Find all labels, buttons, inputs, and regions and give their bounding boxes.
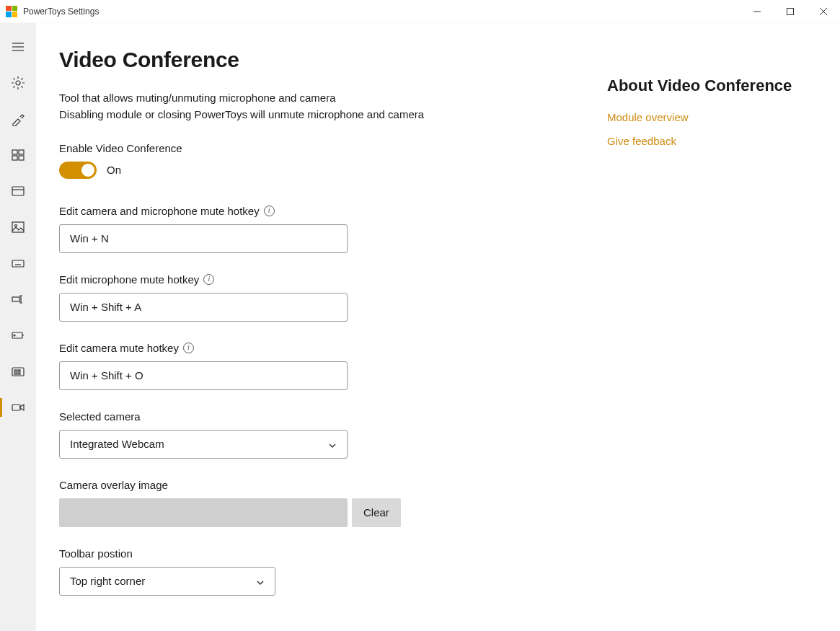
aside-title: About Video Conference	[607, 76, 811, 95]
sidebar-item-imageresizer[interactable]	[0, 209, 36, 245]
svg-rect-26	[14, 370, 17, 371]
enable-toggle[interactable]	[59, 162, 97, 179]
app-icon	[6, 6, 17, 17]
rename-icon	[11, 292, 25, 306]
enable-label: Enable Video Conference	[59, 142, 578, 154]
info-icon[interactable]	[264, 206, 275, 216]
sidebar-item-colorpicker[interactable]	[0, 101, 36, 137]
svg-point-15	[15, 225, 17, 227]
svg-rect-28	[14, 373, 20, 374]
shortcut-icon	[11, 364, 25, 379]
enable-state: On	[107, 164, 121, 176]
hotkey-both-input[interactable]: Win + N	[59, 224, 348, 253]
page-description: Tool that allows muting/unmuting microph…	[59, 89, 578, 123]
sidebar-hamburger[interactable]	[0, 29, 36, 65]
chevron-down-icon	[256, 577, 265, 586]
info-icon[interactable]	[183, 343, 194, 353]
sidebar-item-fileexplorer[interactable]	[0, 173, 36, 209]
aside: About Video Conference Module overview G…	[607, 48, 840, 631]
eyedropper-icon	[11, 112, 25, 126]
svg-rect-1	[787, 8, 794, 14]
clear-button[interactable]: Clear	[352, 498, 401, 527]
toolbar-position-label: Toolbar postion	[59, 547, 578, 560]
window-title: PowerToys Settings	[23, 6, 99, 17]
hotkey-cam-label: Edit camera mute hotkey	[59, 342, 578, 354]
sidebar-item-powerrename[interactable]	[0, 281, 36, 317]
svg-rect-12	[12, 187, 24, 195]
link-give-feedback[interactable]: Give feedback	[607, 135, 811, 147]
maximize-button[interactable]	[774, 0, 807, 23]
overlay-image-input[interactable]	[59, 498, 348, 527]
svg-rect-11	[19, 156, 24, 160]
hotkey-mic-input[interactable]: Win + Shift + A	[59, 293, 348, 322]
overlay-label: Camera overlay image	[59, 479, 578, 491]
toolbar-position-select[interactable]: Top right corner	[59, 567, 275, 596]
svg-rect-8	[12, 150, 17, 154]
keyboard-icon	[11, 256, 25, 270]
svg-point-24	[14, 335, 15, 336]
hotkey-cam-input[interactable]: Win + Shift + O	[59, 361, 348, 390]
page-title: Video Conference	[59, 48, 578, 72]
sidebar-item-shortcutguide[interactable]	[0, 353, 36, 389]
sidebar-item-videoconference[interactable]	[0, 389, 36, 425]
chevron-down-icon	[328, 440, 337, 449]
gear-icon	[11, 76, 25, 90]
close-button[interactable]	[807, 0, 840, 23]
run-icon	[11, 328, 25, 343]
sidebar-item-fancyzones[interactable]	[0, 137, 36, 173]
selected-camera-select[interactable]: Integrated Webcam	[59, 430, 348, 459]
selected-camera-label: Selected camera	[59, 410, 578, 423]
svg-rect-16	[12, 260, 24, 267]
video-icon	[11, 400, 25, 415]
sidebar-item-general[interactable]	[0, 65, 36, 101]
svg-rect-22	[12, 297, 19, 301]
minimize-button[interactable]	[740, 0, 774, 23]
link-module-overview[interactable]: Module overview	[607, 111, 811, 123]
sidebar-item-run[interactable]	[0, 317, 36, 353]
svg-rect-9	[19, 150, 24, 154]
sidebar	[0, 23, 36, 631]
svg-point-7	[16, 81, 20, 85]
hotkey-both-label: Edit camera and microphone mute hotkey	[59, 205, 578, 217]
hotkey-mic-label: Edit microphone mute hotkey	[59, 273, 578, 286]
svg-rect-29	[12, 405, 20, 410]
zones-icon	[11, 148, 25, 162]
sidebar-item-keyboard[interactable]	[0, 245, 36, 281]
preview-icon	[11, 184, 25, 198]
image-icon	[11, 220, 25, 234]
svg-rect-10	[12, 156, 17, 160]
titlebar: PowerToys Settings	[0, 0, 840, 23]
svg-rect-27	[18, 370, 20, 371]
info-icon[interactable]	[203, 274, 214, 285]
content-area: Video Conference Tool that allows muting…	[36, 23, 840, 631]
svg-rect-14	[12, 222, 24, 232]
